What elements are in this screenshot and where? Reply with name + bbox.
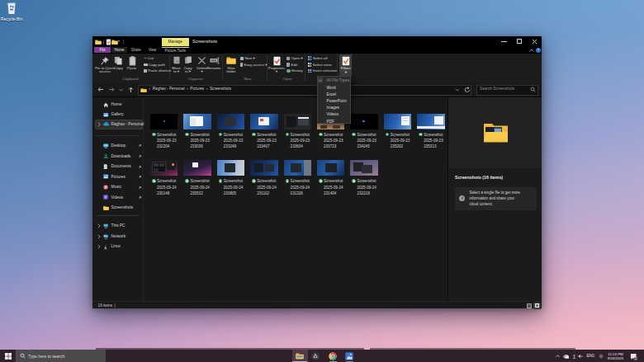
svg-text:1: 1 — [635, 357, 637, 360]
